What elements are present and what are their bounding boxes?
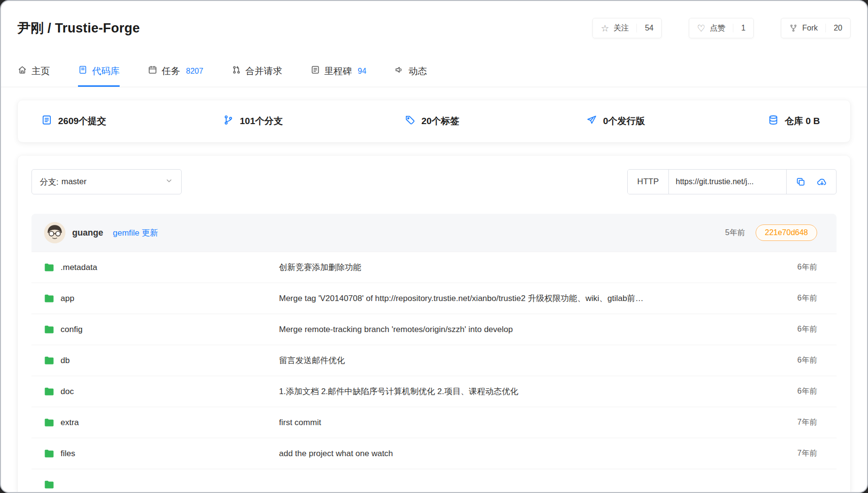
file-commit-message[interactable]: first commit	[279, 418, 797, 428]
watch-label: 关注	[613, 23, 629, 33]
file-table: .metadata 创新竞赛添加删除功能 6年前 app Merge tag '…	[31, 252, 837, 493]
release-icon	[586, 114, 597, 128]
file-commit-time: 6年前	[797, 324, 817, 334]
table-row[interactable]: .metadata 创新竞赛添加删除功能 6年前	[31, 252, 837, 283]
tab-activity[interactable]: 动态	[394, 55, 427, 87]
stat-commits[interactable]: 2609个提交	[41, 114, 223, 128]
tab-repository[interactable]: 代码库	[78, 55, 120, 87]
folder-icon	[44, 418, 54, 427]
file-name[interactable]: doc	[61, 387, 74, 397]
fork-count: 20	[825, 24, 842, 32]
file-name[interactable]: files	[61, 449, 75, 459]
watch-count: 54	[636, 24, 653, 32]
table-row[interactable]: app Merge tag 'V20140708' of http://repo…	[31, 283, 837, 314]
stats-bar: 2609个提交 101个分支 20个标签 0个发行版 仓库 0 B	[17, 100, 851, 143]
file-name[interactable]: .metadata	[61, 263, 97, 272]
file-commit-message[interactable]: 留言发送邮件优化	[279, 355, 797, 366]
file-commit-time: 6年前	[797, 262, 817, 272]
table-row[interactable]: doc 1.添加文档 2.邮件中缺陷序号计算机制优化 2.项目、课程动态优化 6…	[31, 376, 837, 407]
heart-icon: ♡	[697, 24, 705, 33]
folder-icon	[44, 480, 54, 489]
commit-bar: guange gemfile 更新 5年前 221e70d648	[31, 214, 837, 252]
copy-icon[interactable]	[795, 176, 806, 187]
folder-icon	[44, 294, 54, 303]
stat-repo-size[interactable]: 仓库 0 B	[768, 114, 820, 128]
table-row[interactable]: extra first commit 7年前	[31, 407, 837, 438]
branch-label: 分支:	[40, 176, 59, 188]
commit-message-link[interactable]: gemfile 更新	[113, 227, 158, 239]
file-name-cell: .metadata	[44, 263, 279, 272]
tab-milestones[interactable]: 里程碑 94	[310, 55, 367, 87]
merge-request-icon	[232, 65, 241, 77]
stat-label: 20个标签	[421, 115, 459, 127]
fork-button[interactable]: Fork 20	[781, 18, 851, 38]
clone-url-input[interactable]	[669, 170, 786, 194]
table-row[interactable]: config Merge remote-tracking branch 'rem…	[31, 314, 837, 345]
tasks-icon	[148, 65, 157, 77]
commit-author[interactable]: guange	[72, 228, 103, 238]
header-actions: ☆ 关注 54 ♡ 点赞 1 Fork 20	[592, 18, 851, 38]
file-name-cell: db	[44, 356, 279, 366]
tab-label: 任务	[162, 65, 180, 78]
header: 尹刚 / Trustie-Forge ☆ 关注 54 ♡ 点赞 1 Fork 2…	[1, 1, 867, 55]
folder-icon	[44, 263, 54, 272]
protocol-button[interactable]: HTTP	[628, 170, 669, 194]
tab-label: 主页	[31, 65, 50, 78]
stat-label: 0个发行版	[603, 115, 645, 127]
file-commit-time: 6年前	[797, 355, 817, 366]
praise-label: 点赞	[710, 23, 725, 33]
folder-icon	[44, 387, 54, 396]
folder-icon	[44, 449, 54, 458]
stat-releases[interactable]: 0个发行版	[586, 114, 768, 128]
commit-time: 5年前	[725, 228, 745, 238]
file-name[interactable]: app	[61, 294, 74, 303]
milestones-count-badge: 94	[358, 67, 367, 76]
main-card: 分支: master HTTP guange gemfile 更新 5年前 22…	[17, 155, 851, 493]
stat-label: 仓库 0 B	[785, 115, 820, 127]
file-name-cell	[44, 480, 279, 489]
nav-tabs: 主页 代码库 任务 8207 合并请求 里程碑 94 动态	[1, 55, 867, 87]
page-title: 尹刚 / Trustie-Forge	[17, 19, 140, 37]
watch-button[interactable]: ☆ 关注 54	[592, 18, 662, 38]
star-icon: ☆	[601, 24, 609, 33]
table-row[interactable]: files add the project what one watch 7年前	[31, 438, 837, 469]
praise-button[interactable]: ♡ 点赞 1	[689, 18, 754, 38]
stat-label: 2609个提交	[58, 115, 106, 127]
avatar[interactable]	[44, 222, 65, 243]
clone-actions	[786, 170, 836, 194]
file-name[interactable]: extra	[61, 418, 79, 428]
home-icon	[17, 65, 27, 77]
file-commit-message[interactable]: Merge remote-tracking branch 'remotes/or…	[279, 325, 797, 334]
file-name[interactable]: config	[61, 325, 82, 334]
file-name-cell: files	[44, 449, 279, 459]
file-commit-time: 7年前	[797, 448, 817, 459]
file-commit-time: 7年前	[797, 417, 817, 428]
tab-label: 动态	[408, 65, 427, 78]
stat-tags[interactable]: 20个标签	[404, 114, 586, 128]
folder-icon	[44, 356, 54, 365]
tab-merge-requests[interactable]: 合并请求	[232, 55, 282, 87]
commits-icon	[41, 114, 52, 128]
commit-sha-badge[interactable]: 221e70d648	[756, 224, 817, 241]
tab-tasks[interactable]: 任务 8207	[148, 55, 203, 87]
praise-count: 1	[733, 24, 745, 32]
file-commit-message[interactable]: 1.添加文档 2.邮件中缺陷序号计算机制优化 2.项目、课程动态优化	[279, 386, 797, 397]
chevron-down-icon	[165, 176, 173, 188]
stat-branches[interactable]: 101个分支	[223, 114, 404, 128]
cloud-download-icon[interactable]	[817, 176, 827, 187]
tasks-count-badge: 8207	[186, 67, 203, 76]
table-row[interactable]	[31, 469, 837, 493]
database-icon	[768, 114, 779, 128]
file-commit-message[interactable]: Merge tag 'V20140708' of http://reposito…	[279, 293, 797, 304]
file-commit-message[interactable]: 创新竞赛添加删除功能	[279, 262, 797, 273]
file-name[interactable]: db	[61, 356, 70, 366]
activity-icon	[394, 65, 404, 77]
tab-label: 里程碑	[325, 65, 352, 78]
branch-selector[interactable]: 分支: master	[31, 169, 182, 194]
folder-icon	[44, 325, 54, 334]
fork-label: Fork	[802, 24, 818, 32]
tab-home[interactable]: 主页	[17, 55, 50, 87]
table-row[interactable]: db 留言发送邮件优化 6年前	[31, 345, 837, 376]
file-commit-time: 6年前	[797, 386, 817, 397]
file-commit-message[interactable]: add the project what one watch	[279, 449, 797, 459]
